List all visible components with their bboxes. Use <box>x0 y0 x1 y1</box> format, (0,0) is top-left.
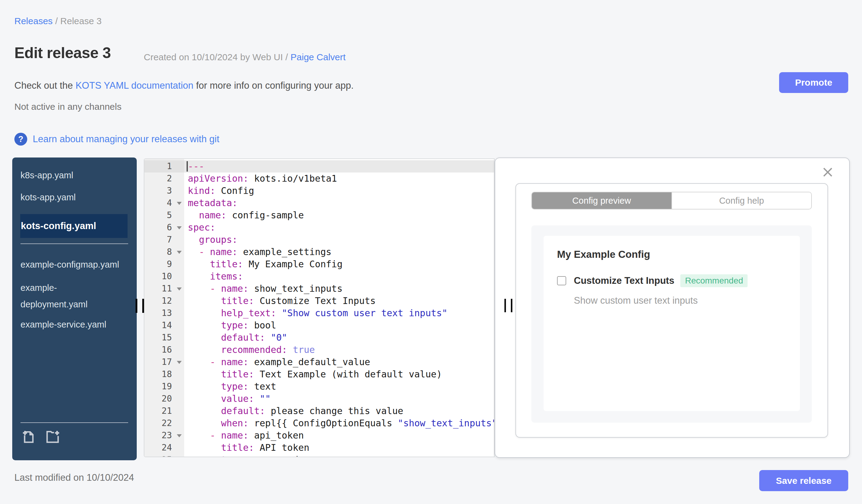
code-text[interactable]: - name: api_token <box>184 429 494 442</box>
editor-line-24[interactable]: 24 title: API token <box>144 442 494 454</box>
created-author-link[interactable]: Paige Calvert <box>291 52 346 62</box>
editor-line-16[interactable]: 16 recommended: true <box>144 344 494 356</box>
editor-line-18[interactable]: 18 title: Text Example (with default val… <box>144 368 494 381</box>
editor-line-22[interactable]: 22 when: repl{{ ConfigOptionEquals "show… <box>144 417 494 429</box>
editor-line-23[interactable]: 23 - name: api_token <box>144 429 494 442</box>
code-text[interactable]: default: "0" <box>184 332 494 344</box>
code-text[interactable]: value: "" <box>184 393 494 405</box>
line-number: 16 <box>144 344 184 356</box>
doc-info-line: Check out the KOTS YAML documentation fo… <box>14 80 354 91</box>
breadcrumb-current: Release 3 <box>60 16 102 26</box>
editor-line-11[interactable]: 11 - name: show_text_inputs <box>144 282 494 295</box>
code-text[interactable]: - name: example_default_value <box>184 356 494 368</box>
promote-button[interactable]: Promote <box>779 72 848 93</box>
fold-arrow-icon[interactable] <box>177 202 182 205</box>
page-title: Edit release 3 <box>14 44 111 62</box>
question-mark-icon: ? <box>14 133 27 146</box>
yaml-code-editor[interactable]: 1---2apiVersion: kots.io/v1beta13kind: C… <box>144 158 495 457</box>
fold-arrow-icon[interactable] <box>177 251 182 254</box>
editor-line-25[interactable]: 25 type: password <box>144 454 494 457</box>
code-text[interactable]: spec: <box>184 222 494 234</box>
code-text[interactable]: metadata: <box>184 197 494 209</box>
fold-arrow-icon[interactable] <box>177 288 182 291</box>
line-number: 7 <box>144 234 184 246</box>
code-text[interactable]: --- <box>184 160 494 172</box>
config-item-help-text: Show custom user text inputs <box>574 295 698 306</box>
sidebar-resize-handle[interactable] <box>135 299 144 313</box>
editor-line-17[interactable]: 17 - name: example_default_value <box>144 356 494 368</box>
editor-line-8[interactable]: 8 - name: example_settings <box>144 246 494 258</box>
code-text[interactable]: title: Text Example (with default value) <box>184 368 494 381</box>
editor-line-15[interactable]: 15 default: "0" <box>144 332 494 344</box>
kots-yaml-doc-link[interactable]: KOTS YAML documentation <box>76 80 193 91</box>
code-text[interactable]: type: password <box>184 454 494 457</box>
code-text[interactable]: title: API token <box>184 442 494 454</box>
fold-arrow-icon[interactable] <box>177 226 182 229</box>
new-folder-icon[interactable] <box>44 428 61 445</box>
editor-line-10[interactable]: 10 items: <box>144 270 494 282</box>
tab-config-preview[interactable]: Config preview <box>532 193 671 209</box>
line-number: 13 <box>144 307 184 319</box>
editor-line-6[interactable]: 6spec: <box>144 222 494 234</box>
editor-line-13[interactable]: 13 help_text: "Show custom user text inp… <box>144 307 494 319</box>
editor-line-7[interactable]: 7 groups: <box>144 234 494 246</box>
editor-line-3[interactable]: 3kind: Config <box>144 185 494 197</box>
sidebar-item-example-deployment-yaml[interactable]: example-deployment.yaml <box>21 279 121 313</box>
editor-line-14[interactable]: 14 type: bool <box>144 319 494 332</box>
code-text[interactable]: name: config-sample <box>184 209 494 222</box>
line-number: 18 <box>144 368 184 381</box>
code-text[interactable]: default: please change this value <box>184 405 494 417</box>
code-text[interactable]: type: bool <box>184 319 494 332</box>
code-text[interactable]: - name: show_text_inputs <box>184 282 494 295</box>
sidebar-item-k8s-app-yaml[interactable]: k8s-app.yaml <box>21 170 121 181</box>
config-group-title: My Example Config <box>557 249 650 260</box>
breadcrumb: Releases / Release 3 <box>14 16 102 26</box>
sidebar-item-kots-app-yaml[interactable]: kots-app.yaml <box>21 192 121 202</box>
editor-lines[interactable]: 1---2apiVersion: kots.io/v1beta13kind: C… <box>144 160 494 457</box>
code-text[interactable]: apiVersion: kots.io/v1beta1 <box>184 172 494 185</box>
channel-status: Not active in any channels <box>14 102 121 112</box>
fold-arrow-icon[interactable] <box>177 434 182 437</box>
tab-config-help[interactable]: Config help <box>671 193 811 209</box>
sidebar-item-example-configmap-yaml[interactable]: example-configmap.yaml <box>21 256 121 273</box>
editor-line-12[interactable]: 12 title: Customize Text Inputs <box>144 295 494 307</box>
editor-line-2[interactable]: 2apiVersion: kots.io/v1beta1 <box>144 172 494 185</box>
sidebar-item-example-service-yaml[interactable]: example-service.yaml <box>21 319 121 330</box>
code-text[interactable]: recommended: true <box>184 344 494 356</box>
code-text[interactable]: kind: Config <box>184 185 494 197</box>
breadcrumb-releases-link[interactable]: Releases <box>14 16 53 26</box>
save-release-button[interactable]: Save release <box>759 470 848 491</box>
code-text[interactable]: title: My Example Config <box>184 258 494 270</box>
editor-line-20[interactable]: 20 value: "" <box>144 393 494 405</box>
code-text[interactable]: title: Customize Text Inputs <box>184 295 494 307</box>
editor-line-4[interactable]: 4metadata: <box>144 197 494 209</box>
file-list-divider <box>21 243 128 244</box>
line-number: 19 <box>144 381 184 393</box>
close-icon[interactable] <box>822 166 834 178</box>
fold-arrow-icon[interactable] <box>177 361 182 364</box>
line-number: 14 <box>144 319 184 332</box>
code-text[interactable]: groups: <box>184 234 494 246</box>
editor-line-21[interactable]: 21 default: please change this value <box>144 405 494 417</box>
new-file-icon[interactable] <box>21 428 37 445</box>
created-meta: Created on 10/10/2024 by Web UI / Paige … <box>144 52 346 62</box>
editor-line-5[interactable]: 5 name: config-sample <box>144 209 494 222</box>
config-item-row: Customize Text Inputs Recommended <box>557 274 748 287</box>
code-text[interactable]: - name: example_settings <box>184 246 494 258</box>
code-text[interactable]: when: repl{{ ConfigOptionEquals "show_te… <box>184 417 494 429</box>
editor-resize-handle[interactable] <box>505 299 512 312</box>
editor-line-19[interactable]: 19 type: text <box>144 381 494 393</box>
line-number: 10 <box>144 270 184 282</box>
line-number: 11 <box>144 282 184 295</box>
editor-line-1[interactable]: 1--- <box>144 160 494 172</box>
config-item-checkbox[interactable] <box>557 276 566 285</box>
code-text[interactable]: help_text: "Show custom user text inputs… <box>184 307 494 319</box>
config-preview-panel: Config preview Config help My Example Co… <box>495 158 850 458</box>
file-sidebar: k8s-app.yamlkots-app.yamlkots-config.yam… <box>12 158 137 460</box>
line-number: 6 <box>144 222 184 234</box>
sidebar-item-kots-config-yaml[interactable]: kots-config.yaml <box>20 214 128 238</box>
editor-line-9[interactable]: 9 title: My Example Config <box>144 258 494 270</box>
code-text[interactable]: type: text <box>184 381 494 393</box>
git-releases-help-link[interactable]: Learn about managing your releases with … <box>33 134 219 145</box>
code-text[interactable]: items: <box>184 270 494 282</box>
